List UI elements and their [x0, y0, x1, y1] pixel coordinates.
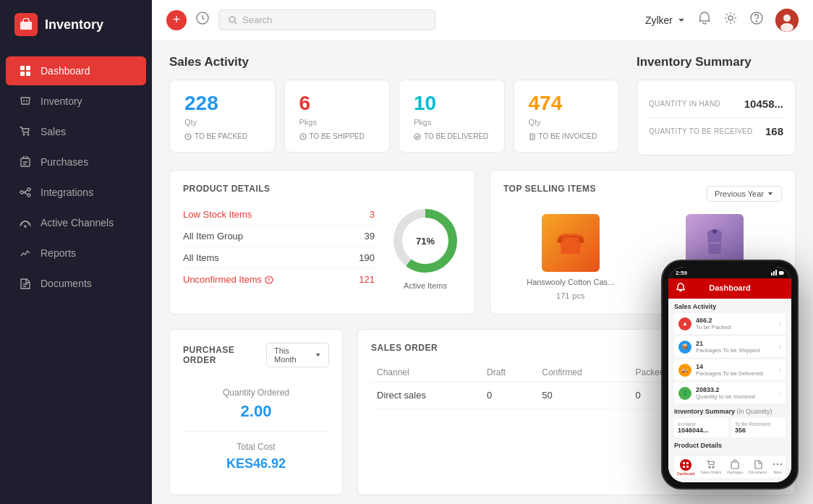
phone-inv-hand-card: In Hand 1046044... — [674, 418, 728, 437]
top-selling-title: TOP SELLING ITEMS — [503, 184, 596, 194]
phone-status-icons — [771, 270, 784, 276]
phone-screen: 2:59 Dashboard Sales Activity ▲ — [668, 267, 791, 482]
svg-rect-32 — [779, 271, 783, 275]
svg-rect-0 — [20, 22, 32, 30]
sidebar-item-label: Inventory — [41, 95, 82, 107]
topbar: + Search Zylker — [152, 0, 813, 40]
phone-arrow-3: › — [779, 366, 781, 374]
avatar[interactable] — [775, 9, 799, 32]
phone-nav-label-4: Documents — [749, 470, 767, 474]
to-be-invoiced-card[interactable]: 474 Qty TO BE INVOICED — [514, 80, 620, 153]
svg-point-5 — [23, 134, 25, 136]
packed-label: TO BE PACKED — [184, 132, 260, 140]
svg-point-18 — [783, 14, 791, 22]
phone-nav-more-icon — [772, 459, 783, 469]
svg-rect-31 — [775, 270, 777, 276]
add-button[interactable]: + — [166, 10, 187, 30]
sidebar-item-dashboard[interactable]: Dashboard — [6, 56, 146, 85]
phone-activity-text-3: 14 Packages To be Delivered — [696, 363, 775, 377]
qty-to-receive-value: 168 — [765, 125, 783, 137]
active-items-label: Active Items — [404, 281, 447, 290]
to-be-shipped-card[interactable]: 6 Pkgs TO BE SHIPPED — [284, 80, 391, 153]
phone-activity-text-2: 21 Packages To be Shipped — [696, 340, 775, 354]
phone-bottom-nav: Dashboard Sales Orders Packages Document… — [674, 455, 786, 478]
to-be-packed-card[interactable]: 228 Qty TO BE PACKED — [169, 80, 276, 153]
unconfirmed-label: Unconfirmed Items — [183, 274, 262, 285]
sidebar-item-label: Reports — [41, 247, 76, 259]
svg-rect-30 — [773, 271, 775, 276]
svg-point-11 — [25, 226, 26, 227]
settings-button[interactable] — [723, 11, 738, 29]
notifications-button[interactable] — [697, 11, 712, 29]
sidebar-item-reports[interactable]: Reports — [6, 239, 146, 268]
phone-nav-documents-icon — [753, 459, 763, 469]
unconfirmed-items-row[interactable]: Unconfirmed Items 121 — [183, 269, 375, 290]
search-bar[interactable]: Search — [218, 9, 435, 30]
sidebar-item-inventory[interactable]: Inventory — [6, 87, 146, 116]
to-be-delivered-card[interactable]: 10 Pkgs TO BE DELIVERED — [399, 80, 505, 153]
svg-point-8 — [20, 191, 23, 194]
item-group-value: 39 — [365, 231, 375, 242]
total-cost-section: Total Cost KES46.92 — [183, 432, 329, 482]
top-selling-filter[interactable]: Previous Year — [707, 186, 782, 202]
svg-rect-34 — [686, 462, 689, 464]
sidebar-item-active-channels[interactable]: Active Channels — [6, 208, 146, 237]
phone-nav-label-3: Packages — [727, 470, 743, 474]
unconfirmed-value: 121 — [359, 274, 375, 285]
sales-activity-section: Sales Activity 228 Qty TO BE PACKED 6 Pk… — [169, 55, 619, 155]
phone-activity-icon-3: 🚚 — [678, 364, 691, 377]
phone-nav-packages[interactable]: Packages — [727, 459, 743, 476]
phone-nav-more[interactable]: More — [772, 459, 783, 476]
item-group-row[interactable]: All Item Group 39 — [183, 226, 375, 247]
sidebar-item-label: Documents — [41, 278, 92, 289]
product-details-list: Low Stock Items 3 All Item Group 39 All … — [183, 204, 375, 290]
topbar-right: Zylker — [645, 9, 799, 32]
phone-title: Dashboard — [709, 283, 750, 292]
phone-nav-sales-icon — [706, 459, 716, 469]
sidebar-item-documents[interactable]: Documents — [6, 269, 146, 298]
inventory-icon — [19, 95, 32, 108]
phone-header: Dashboard — [668, 278, 791, 299]
donut-chart-container: 71% Active Items — [389, 204, 461, 290]
phone-inv-row: In Hand 1046044... To Be Received 356 — [674, 418, 786, 437]
help-button[interactable] — [749, 11, 764, 29]
all-items-row[interactable]: All Items 190 — [183, 247, 375, 269]
phone-content: Sales Activity ▲ 466.2 To be Packed › 📦 … — [668, 299, 791, 482]
col-confirmed: Confirmed — [536, 363, 629, 383]
sidebar-logo: Inventory — [0, 0, 152, 49]
svg-point-41 — [777, 464, 778, 465]
user-menu[interactable]: Zylker — [645, 14, 686, 26]
low-stock-label: Low Stock Items — [183, 209, 252, 220]
row-channel: Direct sales — [371, 383, 481, 409]
svg-rect-2 — [26, 66, 30, 70]
all-items-label: All Items — [183, 252, 219, 263]
dashboard-icon — [19, 64, 32, 77]
qty-ordered-value: 2.00 — [183, 402, 329, 421]
history-button[interactable] — [195, 11, 210, 29]
sidebar-item-sales[interactable]: Sales — [6, 117, 146, 146]
row-confirmed: 50 — [536, 383, 629, 409]
low-stock-row[interactable]: Low Stock Items 3 — [183, 204, 375, 226]
phone-nav-dashboard-icon — [680, 459, 691, 471]
product-details-card: PRODUCT DETAILS Low Stock Items 3 All It… — [169, 170, 475, 315]
phone-nav-dashboard[interactable]: Dashboard — [677, 459, 694, 476]
qty-to-receive-label: QUANTITY TO BE RECEIVED — [649, 127, 753, 135]
phone-nav-sales[interactable]: Sales Orders — [700, 459, 721, 476]
top-selling-item-1[interactable]: Hanswooly Cotton Cas... 171 pcs — [503, 214, 638, 301]
sidebar-item-integrations[interactable]: Integrations — [6, 178, 146, 207]
purchase-order-filter[interactable]: This Month — [266, 343, 329, 367]
search-placeholder: Search — [242, 14, 272, 25]
shipped-unit: Pkgs — [299, 118, 375, 127]
phone-nav-label-5: More — [773, 470, 781, 474]
top-selling-header: TOP SELLING ITEMS Previous Year — [503, 184, 782, 204]
phone-nav-documents[interactable]: Documents — [749, 459, 767, 476]
invoiced-value: 474 — [529, 92, 605, 115]
svg-point-40 — [773, 464, 775, 465]
svg-rect-4 — [26, 72, 30, 76]
sidebar-item-label: Purchases — [41, 156, 88, 168]
sidebar-item-purchases[interactable]: Purchases — [6, 148, 146, 176]
svg-point-42 — [780, 464, 782, 465]
product-name-1: Hanswooly Cotton Cas... — [503, 278, 638, 286]
product-details-title: PRODUCT DETAILS — [183, 184, 461, 194]
col-channel: Channel — [371, 363, 481, 383]
